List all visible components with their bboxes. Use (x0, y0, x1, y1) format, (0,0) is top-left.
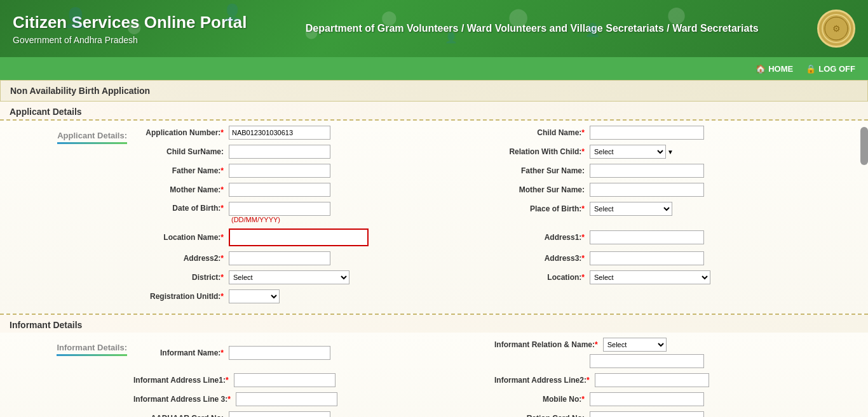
inf-addr3-label: Informant Address Line 3:* (133, 395, 236, 404)
location-name-col: Location Name:* (133, 228, 494, 246)
inf-row-2: Informant Address Line1:* Informant Addr… (133, 373, 855, 387)
address3-input[interactable] (590, 251, 704, 265)
date-hint: (DD/MM/YYYY) (231, 216, 330, 223)
reg-unit-select[interactable] (229, 289, 280, 303)
aadhaar-label: AADHAAR Card No: (133, 414, 229, 417)
district-select[interactable]: Select (229, 270, 349, 284)
informant-form: Informant Name:* Informant Relation & Na… (133, 338, 868, 417)
mother-surname-label: Mother Sur Name: (494, 185, 590, 194)
page-section-title: Non Availability Birth Application (0, 80, 868, 102)
address2-input[interactable] (229, 251, 330, 265)
father-surname-label: Father Sur Name: (494, 166, 590, 175)
form-row-8: District:* Select Location:* Select (133, 270, 855, 284)
header-left: Citizen Services Online Portal Governmen… (13, 13, 247, 45)
father-name-label: Father Name:* (133, 166, 229, 175)
inf-addr1-col: Informant Address Line1:* (133, 373, 494, 387)
mobile-input[interactable] (590, 392, 704, 406)
dob-input[interactable] (229, 202, 330, 216)
form-row-1: Application Number:* Child Name:* (133, 126, 855, 140)
aadhaar-col: AADHAAR Card No: (133, 411, 494, 417)
inf-name-label: Informant Name:* (133, 348, 229, 357)
form-row-2: Child SurName: Relation With Child:* Sel… (133, 145, 855, 159)
pob-label: Place of Birth:* (494, 204, 590, 213)
inf-addr2-input[interactable] (595, 373, 709, 387)
inf-row-3: Informant Address Line 3:* Mobile No:* (133, 392, 855, 406)
home-nav[interactable]: 🏠 HOME (756, 64, 793, 74)
informant-section-header: Informant Details (0, 315, 868, 333)
mother-name-input[interactable] (229, 183, 330, 197)
child-name-input[interactable] (590, 126, 704, 140)
location-col: Location:* Select (494, 270, 855, 284)
ration-input[interactable] (590, 411, 704, 417)
inf-row-4: AADHAAR Card No: Ration Card No: (133, 411, 855, 417)
home-icon: 🏠 (756, 64, 766, 74)
dob-label: Date of Birth:* (133, 202, 229, 213)
logoff-nav[interactable]: 🔒 LOG OFF (806, 64, 855, 74)
form-row-4: Mother Name:* Mother Sur Name: (133, 183, 855, 197)
form-row-7: Address2:* Address3:* (133, 251, 855, 265)
portal-subtitle: Government of Andhra Pradesh (13, 35, 247, 45)
place-of-birth-select[interactable]: Select Hospital Home Other (590, 202, 672, 216)
app-num-col: Application Number:* (133, 126, 494, 140)
scrollbar-handle[interactable] (860, 127, 868, 165)
ration-label: Ration Card No: (494, 414, 590, 417)
child-surname-col: Child SurName: (133, 145, 494, 159)
main-content: Non Availability Birth Application Appli… (0, 80, 868, 417)
app-num-label: Application Number:* (133, 128, 229, 137)
address2-col: Address2:* (133, 251, 494, 265)
child-surname-input[interactable] (229, 145, 330, 159)
mother-name-label: Mother Name:* (133, 185, 229, 194)
portal-title: Citizen Services Online Portal (13, 13, 247, 32)
inf-addr3-col: Informant Address Line 3:* (133, 392, 494, 406)
reg-unit-label: Registration UnitId:* (133, 292, 229, 301)
inf-relation-label: Informant Relation & Name:* (494, 340, 603, 349)
father-surname-input[interactable] (590, 164, 704, 178)
applicant-section-title: Applicant Details (10, 107, 82, 117)
address3-col: Address3:* (494, 251, 855, 265)
child-name-col: Child Name:* (494, 126, 855, 140)
address1-input[interactable] (590, 230, 704, 244)
location-name-input[interactable] (229, 228, 369, 246)
pob-col: Place of Birth:* Select Hospital Home Ot… (494, 202, 855, 216)
inf-addr1-label: Informant Address Line1:* (133, 376, 234, 385)
department-name: Department of Gram Volunteers / Ward Vol… (259, 23, 804, 34)
inf-relation-name-input[interactable] (590, 354, 704, 368)
aadhaar-input[interactable] (229, 411, 330, 417)
logoff-label: LOG OFF (818, 64, 855, 74)
inf-addr1-input[interactable] (234, 373, 336, 387)
inf-addr2-label: Informant Address Line2:* (494, 376, 595, 385)
informant-name-input[interactable] (229, 346, 330, 360)
inf-name-col: Informant Name:* (133, 346, 494, 360)
informant-sidebar: Informant Details: (0, 338, 133, 417)
mobile-label: Mobile No:* (494, 395, 590, 404)
form-row-3: Father Name:* Father Sur Name: (133, 164, 855, 178)
header: 👤 ⬤ 👤 ⬤ ⬤ 👤 ⬤ 👤 ⬤ Citizen Services Onlin… (0, 0, 868, 57)
address2-label: Address2:* (133, 254, 229, 263)
mother-surname-input[interactable] (590, 183, 704, 197)
child-surname-label: Child SurName: (133, 147, 229, 156)
father-name-input[interactable] (229, 164, 330, 178)
application-number-input[interactable] (229, 126, 330, 140)
relation-select[interactable]: Select Father Mother Guardian (590, 145, 666, 159)
informant-section-title: Informant Details (10, 320, 82, 330)
relation-col: Relation With Child:* Select Father Moth… (494, 145, 855, 159)
dob-group: (DD/MM/YYYY) (229, 202, 330, 223)
inf-addr3-input[interactable] (236, 392, 337, 406)
relation-label: Relation With Child:* (494, 147, 590, 156)
father-name-col: Father Name:* (133, 164, 494, 178)
form-row-6: Location Name:* Address1:* (133, 228, 855, 246)
lock-icon: 🔒 (806, 64, 816, 74)
mobile-col: Mobile No:* (494, 392, 855, 406)
inf-relation-select[interactable]: Select (603, 338, 667, 352)
district-col: District:* Select (133, 270, 494, 284)
home-label: HOME (768, 64, 793, 74)
location-select[interactable]: Select (590, 270, 710, 284)
father-surname-col: Father Sur Name: (494, 164, 855, 178)
reg-unit-col: Registration UnitId:* (133, 289, 855, 303)
form-row-5: Date of Birth:* (DD/MM/YYYY) Place of Bi… (133, 202, 855, 223)
informant-form-area: Informant Details: Informant Name:* Info… (0, 333, 868, 417)
district-label: District:* (133, 273, 229, 282)
mother-surname-col: Mother Sur Name: (494, 183, 855, 197)
applicant-section-header: Applicant Details (0, 102, 868, 121)
inf-row-1: Informant Name:* Informant Relation & Na… (133, 338, 855, 368)
